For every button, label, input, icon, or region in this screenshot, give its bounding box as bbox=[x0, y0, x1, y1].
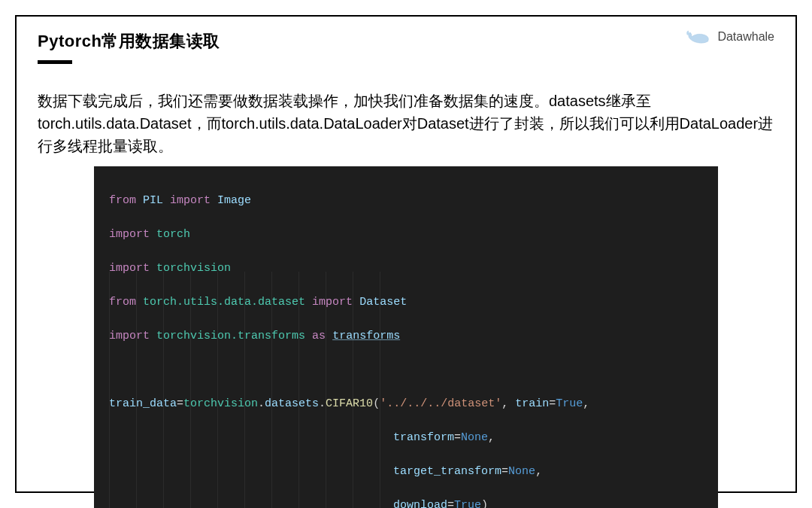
code-line: import torchvision.transforms as transfo… bbox=[109, 328, 712, 345]
code-line: train_data=torchvision.datasets.CIFAR10(… bbox=[109, 396, 712, 413]
code-line: download=True) bbox=[109, 497, 712, 509]
code-line: import torch bbox=[109, 227, 712, 244]
title-block: Pytorch常用数据集读取 bbox=[38, 30, 220, 64]
whale-icon bbox=[686, 29, 711, 45]
slide-title: Pytorch常用数据集读取 bbox=[38, 30, 220, 53]
code-line: transform=None, bbox=[109, 430, 712, 447]
title-underline bbox=[38, 60, 72, 64]
header: Pytorch常用数据集读取 Datawhale bbox=[38, 30, 774, 64]
code-block: from PIL import Image import torch impor… bbox=[94, 166, 718, 508]
brand-text: Datawhale bbox=[717, 30, 774, 44]
code-line: from torch.utils.data.dataset import Dat… bbox=[109, 294, 712, 312]
code-blank bbox=[109, 362, 712, 379]
code-line: from PIL import Image bbox=[109, 193, 712, 210]
code-line: import torchvision bbox=[109, 260, 712, 278]
code-line: target_transform=None, bbox=[109, 464, 712, 481]
brand: Datawhale bbox=[686, 29, 774, 45]
paragraph-text: 数据下载完成后，我们还需要做数据装载操作，加快我们准备数据集的速度。datase… bbox=[38, 90, 774, 157]
slide-frame: Pytorch常用数据集读取 Datawhale 数据下载完成后，我们还需要做数… bbox=[15, 15, 797, 493]
